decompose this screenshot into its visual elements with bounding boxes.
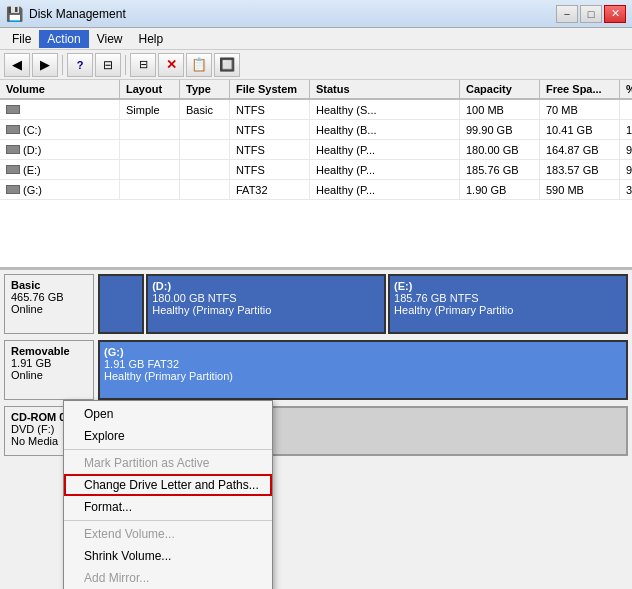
cell-volume: (D:) [0, 140, 120, 159]
col-header-fs: File System [230, 80, 310, 98]
col-header-type: Type [180, 80, 230, 98]
context-menu-item: Mark Partition as Active [64, 452, 272, 474]
cell-layout [120, 180, 180, 199]
cell-free: 164.87 GB [540, 140, 620, 159]
context-menu-item: Add Mirror... [64, 567, 272, 589]
cell-layout [120, 160, 180, 179]
disk-row-removable: Removable 1.91 GB Online (G:) 1.91 GB FA… [4, 340, 628, 400]
disk-row-basic: Basic 465.76 GB Online (D:) 180.00 GB NT… [4, 274, 628, 334]
disk-name-removable: Removable [11, 345, 87, 357]
cell-layout: Simple [120, 100, 180, 119]
partition-g-label: (G:) [104, 346, 622, 358]
cell-pct: 10 [620, 120, 632, 139]
cell-layout [120, 140, 180, 159]
cell-status: Healthy (P... [310, 160, 460, 179]
menu-view[interactable]: View [89, 30, 131, 48]
col-header-pct: % F [620, 80, 632, 98]
context-menu-items: OpenExploreMark Partition as ActiveChang… [64, 403, 272, 589]
cell-pct: 92 [620, 140, 632, 159]
table-row[interactable]: (E:) NTFS Healthy (P... 185.76 GB 183.57… [0, 160, 632, 180]
cell-fs: NTFS [230, 160, 310, 179]
cell-type [180, 140, 230, 159]
title-bar: 💾 Disk Management − □ ✕ [0, 0, 632, 28]
cell-fs: FAT32 [230, 180, 310, 199]
cell-free: 10.41 GB [540, 120, 620, 139]
cell-cap: 99.90 GB [460, 120, 540, 139]
cell-fs: NTFS [230, 140, 310, 159]
partition-system[interactable] [98, 274, 144, 334]
close-button[interactable]: ✕ [604, 5, 626, 23]
cell-fs: NTFS [230, 100, 310, 119]
disk-size-basic: 465.76 GB [11, 291, 87, 303]
menu-help[interactable]: Help [131, 30, 172, 48]
table-row[interactable]: (D:) NTFS Healthy (P... 180.00 GB 164.87… [0, 140, 632, 160]
cell-cap: 185.76 GB [460, 160, 540, 179]
rescan-button[interactable]: ⊟ [130, 53, 156, 77]
context-menu-item[interactable]: Shrink Volume... [64, 545, 272, 567]
col-header-volume: Volume [0, 80, 120, 98]
partition-d-detail: 180.00 GB NTFS [152, 292, 380, 304]
cell-status: Healthy (P... [310, 180, 460, 199]
cell-pct: 30 [620, 180, 632, 199]
context-menu-separator [64, 449, 272, 450]
copy-button[interactable]: 📋 [186, 53, 212, 77]
table-row[interactable]: (C:) NTFS Healthy (B... 99.90 GB 10.41 G… [0, 120, 632, 140]
back-button[interactable]: ◀ [4, 53, 30, 77]
cell-volume: (G:) [0, 180, 120, 199]
context-menu-item-change-drive-letter[interactable]: Change Drive Letter and Paths... [64, 474, 272, 496]
menu-action[interactable]: Action [39, 30, 88, 48]
table-row[interactable]: (G:) FAT32 Healthy (P... 1.90 GB 590 MB … [0, 180, 632, 200]
cell-free: 70 MB [540, 100, 620, 119]
table-header: Volume Layout Type File System Status Ca… [0, 80, 632, 100]
col-header-status: Status [310, 80, 460, 98]
partition-d-status: Healthy (Primary Partitio [152, 304, 380, 316]
cell-status: Healthy (B... [310, 120, 460, 139]
disk-panel[interactable]: Basic 465.76 GB Online (D:) 180.00 GB NT… [0, 270, 632, 589]
cell-layout [120, 120, 180, 139]
toolbar-divider-2 [125, 55, 126, 75]
help-button[interactable]: ? [67, 53, 93, 77]
partition-d[interactable]: (D:) 180.00 GB NTFS Healthy (Primary Par… [146, 274, 386, 334]
disk-label-basic: Basic 465.76 GB Online [4, 274, 94, 334]
partition-g-detail: 1.91 GB FAT32 [104, 358, 622, 370]
menu-file[interactable]: File [4, 30, 39, 48]
disk-partitions-basic: (D:) 180.00 GB NTFS Healthy (Primary Par… [98, 274, 628, 334]
disk-size-removable: 1.91 GB [11, 357, 87, 369]
cell-status: Healthy (P... [310, 140, 460, 159]
partition-e-status: Healthy (Primary Partitio [394, 304, 622, 316]
context-menu-item[interactable]: Format... [64, 496, 272, 518]
delete-button[interactable]: ✕ [158, 53, 184, 77]
cell-fs: NTFS [230, 120, 310, 139]
title-bar-icon: 💾 [6, 6, 23, 22]
toolbar: ◀ ▶ ? ⊟ ⊟ ✕ 📋 🔲 [0, 50, 632, 80]
volume-table: Volume Layout Type File System Status Ca… [0, 80, 632, 270]
forward-button[interactable]: ▶ [32, 53, 58, 77]
disk-label-removable: Removable 1.91 GB Online [4, 340, 94, 400]
table-body: Simple Basic NTFS Healthy (S... 100 MB 7… [0, 100, 632, 200]
cell-volume: (C:) [0, 120, 120, 139]
paste-button[interactable]: 🔲 [214, 53, 240, 77]
minimize-button[interactable]: − [556, 5, 578, 23]
cell-free: 183.57 GB [540, 160, 620, 179]
disk-partitions-removable: (G:) 1.91 GB FAT32 Healthy (Primary Part… [98, 340, 628, 400]
cell-volume: (E:) [0, 160, 120, 179]
context-menu: OpenExploreMark Partition as ActiveChang… [63, 400, 273, 589]
context-menu-item[interactable]: Open [64, 403, 272, 425]
cell-type [180, 160, 230, 179]
properties-button[interactable]: ⊟ [95, 53, 121, 77]
partition-d-label: (D:) [152, 280, 380, 292]
menu-bar: File Action View Help [0, 28, 632, 50]
toolbar-divider-1 [62, 55, 63, 75]
col-header-layout: Layout [120, 80, 180, 98]
partition-e-detail: 185.76 GB NTFS [394, 292, 622, 304]
maximize-button[interactable]: □ [580, 5, 602, 23]
table-row[interactable]: Simple Basic NTFS Healthy (S... 100 MB 7… [0, 100, 632, 120]
disk-status-basic: Online [11, 303, 87, 315]
cell-cap: 1.90 GB [460, 180, 540, 199]
context-menu-separator [64, 520, 272, 521]
partition-g[interactable]: (G:) 1.91 GB FAT32 Healthy (Primary Part… [98, 340, 628, 400]
partition-e[interactable]: (E:) 185.76 GB NTFS Healthy (Primary Par… [388, 274, 628, 334]
cell-cap: 180.00 GB [460, 140, 540, 159]
cell-type: Basic [180, 100, 230, 119]
context-menu-item[interactable]: Explore [64, 425, 272, 447]
